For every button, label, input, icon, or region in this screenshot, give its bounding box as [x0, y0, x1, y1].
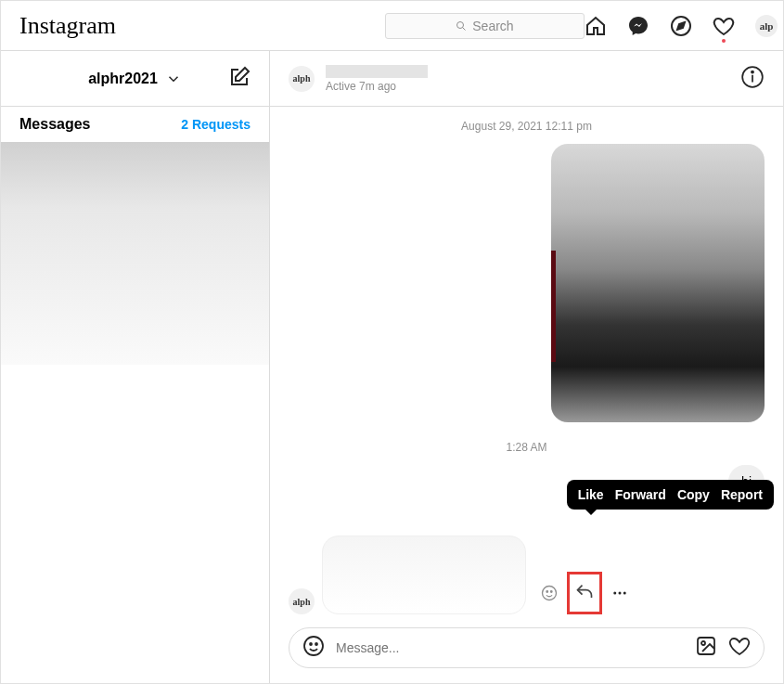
incoming-message-avatar[interactable]: alph: [289, 588, 315, 614]
time-separator: 1:28 AM: [289, 441, 765, 454]
more-options-button[interactable]: [611, 585, 628, 601]
svg-marker-3: [677, 22, 685, 30]
svg-point-15: [315, 643, 317, 645]
chat-active-status: Active 7m ago: [326, 80, 428, 93]
info-button[interactable]: [740, 65, 765, 93]
messages-heading: Messages: [19, 116, 91, 133]
svg-point-11: [619, 592, 622, 595]
account-switcher[interactable]: alphr2021: [88, 71, 182, 87]
chat-header-avatar[interactable]: alph: [289, 66, 315, 92]
tooltip-like[interactable]: Like: [578, 487, 604, 502]
search-input[interactable]: Search: [385, 13, 585, 39]
tooltip-forward[interactable]: Forward: [615, 487, 666, 502]
date-separator: August 29, 2021 12:11 pm: [289, 120, 765, 133]
svg-point-13: [304, 637, 323, 655]
react-button[interactable]: [541, 585, 558, 601]
svg-point-0: [457, 21, 464, 28]
emoji-picker-button[interactable]: [302, 635, 325, 661]
conversation-thread[interactable]: [1, 142, 269, 365]
message-composer: [289, 627, 765, 668]
svg-point-17: [701, 641, 705, 645]
chevron-down-icon: [165, 71, 182, 87]
activity-icon[interactable]: [713, 15, 735, 37]
new-message-button[interactable]: [228, 66, 251, 92]
chat-panel: alph Active 7m ago August 29, 2021 12:11…: [270, 51, 783, 683]
profile-avatar[interactable]: alp: [755, 15, 778, 37]
svg-point-10: [613, 592, 616, 595]
svg-point-8: [546, 591, 548, 593]
incoming-card-message[interactable]: [322, 536, 526, 614]
search-icon: [456, 20, 467, 32]
svg-point-14: [310, 643, 312, 645]
svg-point-12: [623, 592, 626, 595]
top-nav: Instagram Search alp: [1, 1, 783, 51]
current-username: alphr2021: [88, 71, 158, 87]
message-requests-link[interactable]: 2 Requests: [181, 117, 251, 132]
home-icon[interactable]: [585, 15, 607, 37]
svg-point-9: [551, 591, 553, 593]
message-actions-tooltip: Like Forward Copy Report: [567, 480, 774, 510]
sidebar: alphr2021 Messages 2 Requests: [1, 51, 270, 683]
message-input[interactable]: [336, 640, 684, 655]
chat-contact-name: [326, 65, 428, 78]
reply-button[interactable]: [575, 584, 594, 602]
outgoing-media-message[interactable]: [551, 144, 765, 422]
instagram-logo[interactable]: Instagram: [19, 12, 116, 40]
svg-line-1: [463, 27, 466, 30]
reply-button-highlight: [567, 572, 602, 614]
explore-icon[interactable]: [670, 15, 692, 37]
svg-point-6: [752, 71, 753, 72]
search-placeholder: Search: [472, 19, 513, 33]
tooltip-copy[interactable]: Copy: [677, 487, 710, 502]
messenger-icon[interactable]: [627, 15, 649, 37]
notification-dot: [722, 39, 726, 43]
svg-point-7: [543, 587, 557, 600]
tooltip-report[interactable]: Report: [721, 487, 763, 502]
add-photo-button[interactable]: [695, 635, 717, 661]
like-message-button[interactable]: [728, 635, 751, 661]
